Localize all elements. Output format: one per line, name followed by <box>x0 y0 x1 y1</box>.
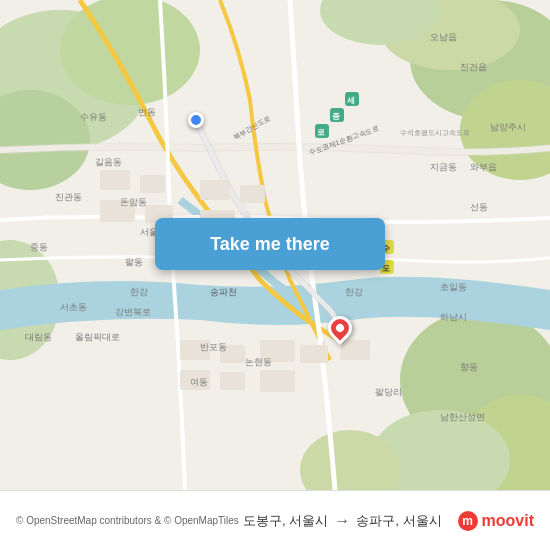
svg-text:와부읍: 와부읍 <box>470 162 497 172</box>
svg-rect-27 <box>260 370 295 392</box>
svg-text:하남시: 하남시 <box>440 312 467 322</box>
svg-rect-18 <box>240 185 265 203</box>
svg-text:반포동: 반포동 <box>200 342 227 352</box>
svg-text:팔당리: 팔당리 <box>375 387 402 397</box>
route-arrow-icon: → <box>334 512 350 530</box>
destination-label: 송파구, 서울시 <box>356 512 441 530</box>
copyright-text: © OpenStreetMap contributors & © OpenMap… <box>16 515 243 526</box>
svg-text:지금동: 지금동 <box>430 162 457 172</box>
svg-text:진관동: 진관동 <box>55 192 82 202</box>
origin-label: 도봉구, 서울시 <box>243 512 328 530</box>
moovit-logo: m moovit <box>458 511 534 531</box>
svg-point-3 <box>60 0 200 105</box>
take-me-there-button[interactable]: Take me there <box>155 218 385 270</box>
svg-text:대림동: 대림동 <box>25 332 52 342</box>
svg-text:올림픽대로: 올림픽대로 <box>75 332 120 342</box>
map-container: 북부간선도로 수도권제1순환고속도로 진관동 중동 길음동 돈암동 서울 계동 … <box>0 0 550 490</box>
svg-text:여동: 여동 <box>190 377 208 387</box>
svg-text:남양주시: 남양주시 <box>490 122 526 132</box>
svg-text:향동: 향동 <box>460 362 478 372</box>
svg-text:종: 종 <box>332 112 340 121</box>
svg-text:선동: 선동 <box>470 202 488 212</box>
svg-text:강변북로: 강변북로 <box>115 307 151 317</box>
moovit-icon: m <box>458 511 478 531</box>
svg-text:번동: 번동 <box>138 107 156 117</box>
svg-text:초일동: 초일동 <box>440 282 467 292</box>
svg-text:송파천: 송파천 <box>210 287 237 297</box>
svg-text:팔동: 팔동 <box>125 257 143 267</box>
moovit-brand-text: moovit <box>482 512 534 530</box>
destination-pin <box>328 316 352 340</box>
svg-rect-23 <box>300 345 328 363</box>
svg-text:한강: 한강 <box>130 287 148 297</box>
origin-dot <box>188 112 204 128</box>
route-info: 도봉구, 서울시 → 송파구, 서울시 <box>243 512 441 530</box>
svg-text:진건읍: 진건읍 <box>460 62 487 72</box>
svg-text:세: 세 <box>347 96 355 105</box>
svg-rect-14 <box>140 175 165 193</box>
svg-text:남한산성면: 남한산성면 <box>440 412 485 422</box>
svg-rect-24 <box>340 340 370 360</box>
svg-text:길음동: 길음동 <box>95 157 122 167</box>
svg-text:서초동: 서초동 <box>60 302 87 312</box>
svg-text:중동: 중동 <box>30 242 48 252</box>
svg-text:오남읍: 오남읍 <box>430 32 457 42</box>
bottom-bar: © OpenStreetMap contributors & © OpenMap… <box>0 490 550 550</box>
svg-text:돈암동: 돈암동 <box>120 197 147 207</box>
svg-text:한강: 한강 <box>345 287 363 297</box>
svg-text:로: 로 <box>317 128 325 137</box>
svg-text:논현동: 논현동 <box>245 357 272 367</box>
svg-text:수석호평도시고속도로: 수석호평도시고속도로 <box>400 129 470 137</box>
svg-rect-17 <box>200 180 230 200</box>
svg-rect-13 <box>100 170 130 190</box>
svg-rect-26 <box>220 372 245 390</box>
svg-text:수유동: 수유동 <box>80 112 107 122</box>
